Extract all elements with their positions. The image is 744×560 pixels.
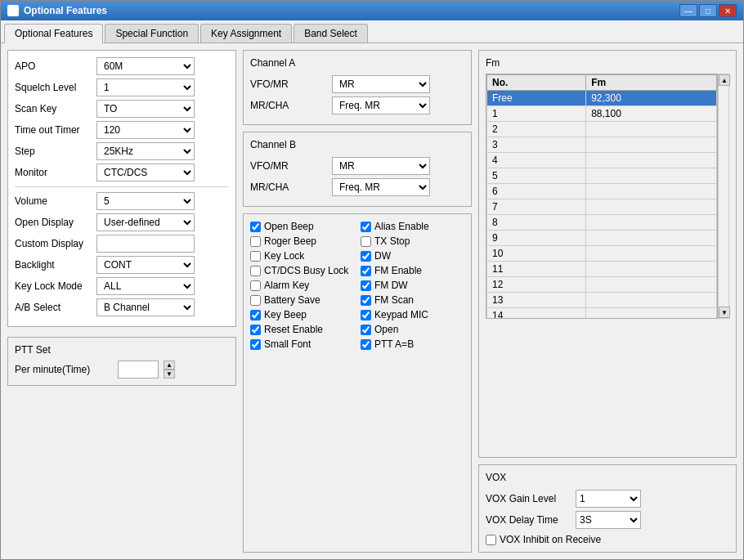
fm-table-row[interactable]: Free92,300 xyxy=(487,91,717,106)
fm-table-row[interactable]: 13 xyxy=(487,293,717,308)
fm-table-row[interactable]: 188,100 xyxy=(487,106,717,122)
feature-checkbox-label: Small Font xyxy=(264,338,311,350)
fm-table-row[interactable]: 3 xyxy=(487,137,717,153)
fm-table-row[interactable]: 6 xyxy=(487,184,717,199)
fm-table-row[interactable]: 5 xyxy=(487,168,717,184)
channel-b-mr-label: MR/CHA xyxy=(250,181,332,193)
volume-select[interactable]: 5 xyxy=(96,192,195,210)
feature-checkbox[interactable] xyxy=(250,310,261,320)
settings-panel: APO 60M Squelch Level 1 Scan Key TO xyxy=(7,50,236,327)
check-grid: Open BeepAlias EnableRoger BeepTX StopKe… xyxy=(250,221,464,350)
vox-inhibit-checkbox[interactable] xyxy=(486,535,496,545)
feature-checkbox[interactable] xyxy=(250,251,261,262)
feature-checkbox[interactable] xyxy=(361,251,371,262)
feature-checkbox[interactable] xyxy=(250,295,261,306)
squelch-select[interactable]: 1 xyxy=(96,78,195,96)
ptt-set-title: PTT Set xyxy=(15,344,229,356)
apo-label: APO xyxy=(15,60,96,72)
feature-checkbox[interactable] xyxy=(361,222,371,232)
scroll-up-button[interactable]: ▲ xyxy=(719,74,730,86)
minimize-button[interactable]: — xyxy=(679,4,697,17)
feature-checkbox[interactable] xyxy=(250,280,261,291)
fm-table-row[interactable]: 9 xyxy=(487,231,717,246)
spin-buttons: ▲ ▼ xyxy=(164,361,175,379)
fm-row-freq xyxy=(586,246,717,262)
vox-gain-select[interactable]: 1 xyxy=(576,490,641,508)
open-display-select[interactable]: User-defined xyxy=(96,213,195,231)
feature-checkbox[interactable] xyxy=(361,236,371,247)
fm-table-row[interactable]: 12 xyxy=(487,277,717,293)
open-display-row: Open Display User-defined xyxy=(15,213,229,231)
fm-table-row[interactable]: 10 xyxy=(487,246,717,262)
fm-table-row[interactable]: 7 xyxy=(487,199,717,215)
feature-checkbox-label: FM Scan xyxy=(374,294,414,306)
channel-a-mr-select[interactable]: Freq. MR xyxy=(332,96,430,114)
fm-row-no: 9 xyxy=(487,231,586,246)
step-select[interactable]: 25KHz xyxy=(96,142,195,160)
fm-row-freq xyxy=(586,137,717,153)
monitor-select[interactable]: CTC/DCS xyxy=(96,164,195,181)
feature-check-item: FM DW xyxy=(361,280,464,291)
channel-b-vfo-select[interactable]: MR xyxy=(332,157,430,175)
feature-checkbox[interactable] xyxy=(361,295,371,306)
feature-checkbox[interactable] xyxy=(361,266,371,276)
fm-table-row[interactable]: 4 xyxy=(487,153,717,168)
custom-display-input[interactable]: TK5EP xyxy=(96,235,195,253)
fm-row-no: 7 xyxy=(487,199,586,215)
per-minute-input[interactable]: 0 xyxy=(118,361,159,379)
feature-checkbox[interactable] xyxy=(361,339,371,350)
fm-row-freq: 88,100 xyxy=(586,106,717,122)
tab-special-function[interactable]: Special Function xyxy=(105,24,199,43)
apo-select[interactable]: 60M xyxy=(96,57,195,75)
feature-checkbox[interactable] xyxy=(361,280,371,291)
fm-scrollbar[interactable]: ▲ ▼ xyxy=(718,74,729,319)
fm-table-row[interactable]: 14 xyxy=(487,308,717,320)
feature-check-item: Reset Enable xyxy=(250,324,354,335)
ab-select-select[interactable]: B Channel xyxy=(96,298,195,316)
fm-row-no: 13 xyxy=(487,293,586,308)
scan-key-select[interactable]: TO xyxy=(96,100,195,118)
vox-inhibit-row: VOX Inhibit on Receive xyxy=(486,534,729,545)
fm-row-no: 5 xyxy=(487,168,586,184)
feature-checkbox[interactable] xyxy=(361,325,371,335)
fm-table: No. Fm Free92,300188,1002345678910111213… xyxy=(486,74,717,319)
feature-checkbox-label: Roger Beep xyxy=(264,235,316,247)
feature-checkbox[interactable] xyxy=(361,310,371,320)
vox-delay-select[interactable]: 3S xyxy=(576,511,641,529)
spin-down-button[interactable]: ▼ xyxy=(164,370,175,379)
window-icon xyxy=(7,5,19,16)
fm-table-row[interactable]: 2 xyxy=(487,122,717,137)
spin-up-button[interactable]: ▲ xyxy=(164,361,175,370)
fm-table-row[interactable]: 11 xyxy=(487,262,717,277)
timeout-select[interactable]: 120 xyxy=(96,121,195,139)
feature-checkbox[interactable] xyxy=(250,236,261,247)
maximize-button[interactable]: □ xyxy=(699,4,717,17)
channel-a-vfo-select[interactable]: MR xyxy=(332,75,430,93)
feature-check-item: PTT A=B xyxy=(361,338,464,350)
channel-b-mr-select[interactable]: Freq. MR xyxy=(332,178,430,196)
fm-table-row[interactable]: 8 xyxy=(487,215,717,231)
feature-checkbox[interactable] xyxy=(250,325,261,335)
feature-checkbox[interactable] xyxy=(250,222,261,232)
key-lock-select[interactable]: ALL xyxy=(96,277,195,295)
tab-bar: Optional Features Special Function Key A… xyxy=(1,20,743,43)
tab-optional-features[interactable]: Optional Features xyxy=(4,24,103,43)
channel-b-vfo-row: VFO/MR MR xyxy=(250,157,464,175)
fm-row-no: 11 xyxy=(487,262,586,277)
fm-row-no: 10 xyxy=(487,246,586,262)
scroll-down-button[interactable]: ▼ xyxy=(719,307,730,318)
volume-label: Volume xyxy=(15,195,96,207)
feature-checkbox[interactable] xyxy=(250,266,261,276)
middle-panel: Channel A VFO/MR MR MR/CHA Freq. MR Chan… xyxy=(243,50,472,553)
feature-checkbox-label: TX Stop xyxy=(374,235,410,247)
tab-band-select[interactable]: Band Select xyxy=(294,24,368,43)
feature-check-item: CT/DCS Busy Lock xyxy=(250,265,354,276)
fm-table-wrap[interactable]: No. Fm Free92,300188,1002345678910111213… xyxy=(486,74,718,319)
tab-key-assignment[interactable]: Key Assignment xyxy=(200,24,292,43)
close-button[interactable]: ✕ xyxy=(719,4,737,17)
main-window: Optional Features — □ ✕ Optional Feature… xyxy=(0,0,744,560)
feature-checkbox-label: Battery Save xyxy=(264,294,320,306)
feature-checkbox[interactable] xyxy=(250,339,261,350)
scan-key-row: Scan Key TO xyxy=(15,100,229,118)
backlight-select[interactable]: CONT xyxy=(96,256,195,274)
